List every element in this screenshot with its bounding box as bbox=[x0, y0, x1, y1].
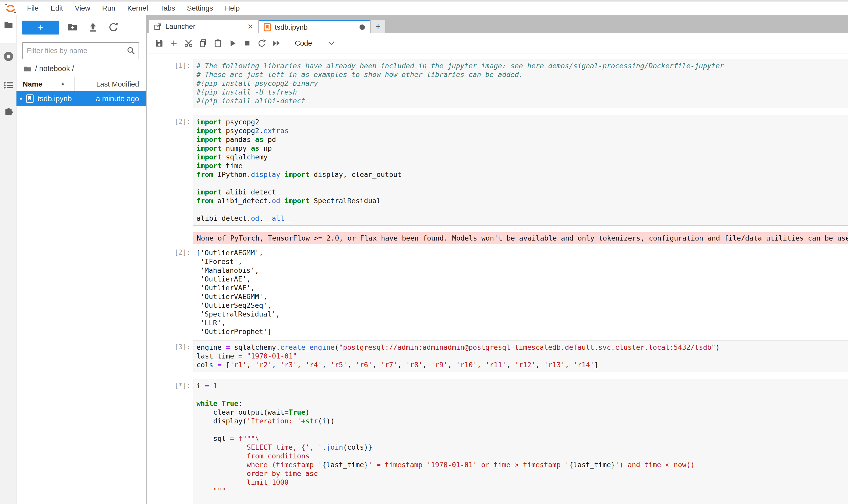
main-dock: Launcher ✕ tsdb.ipynb + bbox=[147, 15, 848, 504]
jupyter-logo-icon bbox=[5, 2, 17, 14]
save-button[interactable] bbox=[155, 39, 164, 48]
menu-view[interactable]: View bbox=[69, 4, 96, 12]
search-icon bbox=[127, 46, 136, 55]
breadcrumb-path[interactable]: / notebook / bbox=[35, 65, 74, 73]
output-line: 'IForest', bbox=[196, 257, 848, 266]
notebook-file-icon bbox=[26, 94, 34, 103]
launcher-icon bbox=[154, 23, 162, 30]
tab-notebook-label: tsdb.ipynb bbox=[275, 23, 308, 32]
cut-cells-button[interactable] bbox=[184, 39, 193, 48]
tab-notebook-current[interactable]: tsdb.ipynb bbox=[259, 20, 370, 33]
unsaved-bullet: • bbox=[20, 94, 22, 103]
restart-run-all-button[interactable] bbox=[272, 39, 281, 48]
tab-bar: Launcher ✕ tsdb.ipynb + bbox=[147, 15, 848, 33]
cell-execution-prompt: [2]: bbox=[147, 115, 193, 226]
insert-cell-button[interactable] bbox=[169, 39, 178, 48]
menu-tabs[interactable]: Tabs bbox=[154, 4, 181, 12]
code-line: #!pip install -U tsfresh bbox=[197, 88, 848, 96]
file-row-selected[interactable]: • tsdb.ipynb a minute ago bbox=[17, 91, 146, 106]
cell-execution-prompt: [*]: bbox=[147, 379, 193, 504]
filter-files-input[interactable] bbox=[22, 42, 139, 59]
cell-type-dropdown[interactable]: Code bbox=[295, 39, 312, 48]
code-cell: [*]:i = 1 while True: clear_output(wait=… bbox=[147, 379, 848, 504]
table-of-contents-icon[interactable] bbox=[4, 80, 13, 90]
stderr-warning: None of PyTorch, TensorFlow >= 2.0, or F… bbox=[193, 232, 848, 244]
code-line: order by time asc bbox=[197, 469, 848, 478]
chevron-down-icon[interactable] bbox=[328, 41, 335, 46]
menu-bar: File Edit View Run Kernel Tabs Settings … bbox=[0, 2, 848, 15]
interrupt-kernel-button[interactable] bbox=[242, 39, 252, 48]
code-line: """ bbox=[197, 487, 848, 496]
menu-file[interactable]: File bbox=[21, 4, 44, 12]
stderr-output-row: None of PyTorch, TensorFlow >= 2.0, or F… bbox=[147, 232, 848, 244]
menu-help[interactable]: Help bbox=[219, 4, 246, 12]
code-line bbox=[197, 179, 848, 188]
file-modified: a minute ago bbox=[96, 94, 139, 103]
menu-run[interactable]: Run bbox=[96, 4, 121, 12]
cell-editor[interactable]: i = 1 while True: clear_output(wait=True… bbox=[193, 379, 848, 504]
sort-by-modified-header[interactable]: Last Modified bbox=[96, 80, 139, 88]
refresh-icon[interactable] bbox=[108, 22, 119, 33]
output-prompt: [2]: bbox=[147, 246, 193, 336]
copy-cells-button[interactable] bbox=[199, 39, 208, 48]
code-line bbox=[197, 496, 848, 504]
home-folder-icon[interactable] bbox=[24, 66, 32, 72]
notebook-scroll-area[interactable]: [1]:# The following libraries have alrea… bbox=[147, 55, 848, 504]
code-line bbox=[197, 205, 848, 214]
code-line: sql = f"""\ bbox=[197, 434, 848, 443]
code-line: display('Iteration: '+str(i)) bbox=[197, 417, 848, 426]
file-list-header: Name ▲ Last Modified bbox=[17, 77, 146, 91]
output-line: 'OutlierAE', bbox=[196, 275, 848, 284]
menu-kernel[interactable]: Kernel bbox=[121, 4, 154, 12]
breadcrumb[interactable]: / notebook / bbox=[24, 65, 74, 73]
code-line: import psycopg2 bbox=[197, 118, 848, 126]
sort-ascending-icon[interactable]: ▲ bbox=[60, 80, 66, 87]
close-tab-icon[interactable]: ✕ bbox=[248, 22, 253, 31]
code-line: import numpy as np bbox=[197, 144, 848, 153]
cell-editor[interactable]: engine = sqlalchemy.create_engine("postg… bbox=[193, 340, 848, 372]
code-line: #!pip install psycopg2-binary bbox=[197, 79, 848, 88]
extensions-puzzle-icon[interactable] bbox=[4, 106, 13, 115]
output-line: 'Mahalanobis', bbox=[196, 266, 848, 275]
column-divider bbox=[74, 77, 75, 91]
file-browser-panel: + / notebook / Name ▲ Last Modified • bbox=[17, 15, 147, 504]
paste-cells-button[interactable] bbox=[213, 39, 222, 48]
running-kernels-icon[interactable] bbox=[4, 52, 13, 61]
notebook-toolbar: Code bbox=[147, 33, 848, 54]
filter-files-box bbox=[22, 42, 139, 59]
new-folder-icon[interactable] bbox=[67, 22, 78, 33]
code-line: engine = sqlalchemy.create_engine("postg… bbox=[197, 343, 848, 352]
code-line: clear_output(wait=True) bbox=[197, 408, 848, 417]
menu-settings[interactable]: Settings bbox=[181, 4, 219, 12]
code-line: import time bbox=[197, 161, 848, 170]
code-line: #!pip install alibi-detect bbox=[197, 96, 848, 105]
cell-editor[interactable]: # The following libraries have already b… bbox=[193, 59, 848, 108]
notebook-cells: [1]:# The following libraries have alrea… bbox=[147, 59, 848, 504]
sort-by-name-header[interactable]: Name bbox=[23, 80, 42, 88]
output-line: 'OutlierVAEGMM', bbox=[196, 292, 848, 301]
file-browser-icon[interactable] bbox=[4, 20, 13, 30]
code-line: i = 1 bbox=[197, 382, 848, 391]
restart-kernel-button[interactable] bbox=[257, 39, 267, 48]
new-launcher-button[interactable]: + bbox=[22, 21, 59, 35]
code-line: cols = ['r1', 'r2', 'r3', 'r4', 'r5', 'r… bbox=[197, 361, 848, 369]
code-line: from conditions bbox=[197, 452, 848, 461]
upload-icon[interactable] bbox=[88, 22, 98, 33]
unsaved-dot-icon[interactable] bbox=[360, 24, 365, 30]
code-line: while True: bbox=[197, 399, 848, 408]
tab-launcher[interactable]: Launcher ✕ bbox=[149, 20, 258, 33]
code-line: where (timestamp '{last_time}' = timesta… bbox=[197, 461, 848, 469]
code-cell: [1]:# The following libraries have alrea… bbox=[147, 59, 848, 108]
code-line: alibi_detect.od.__all__ bbox=[197, 214, 848, 223]
cell-editor[interactable]: import psycopg2import psycopg2.extrasimp… bbox=[193, 115, 848, 226]
code-line: limit 1000 bbox=[197, 478, 848, 487]
menu-edit[interactable]: Edit bbox=[44, 4, 69, 12]
run-cell-button[interactable] bbox=[228, 39, 237, 48]
cell-execution-prompt: [1]: bbox=[147, 59, 193, 108]
tab-launcher-label: Launcher bbox=[165, 22, 196, 31]
activity-bar bbox=[0, 15, 17, 504]
output-line: 'OutlierSeq2Seq', bbox=[196, 301, 848, 310]
new-tab-button[interactable]: + bbox=[371, 20, 385, 33]
code-cell: [3]:engine = sqlalchemy.create_engine("p… bbox=[147, 340, 848, 372]
prompt-spacer bbox=[147, 232, 193, 244]
